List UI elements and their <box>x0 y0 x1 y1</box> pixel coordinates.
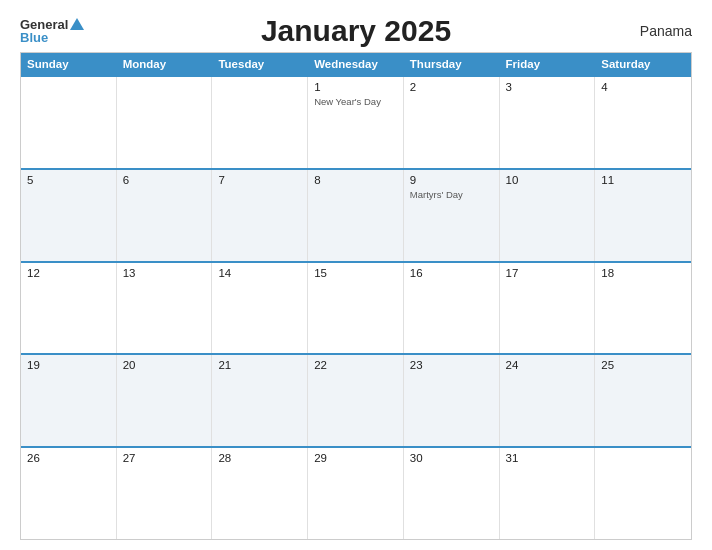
day-cell-11: 11 <box>595 170 691 261</box>
logo-triangle-icon <box>70 18 84 30</box>
day-cell-13: 13 <box>117 263 213 354</box>
day-cell-15: 15 <box>308 263 404 354</box>
day-number: 21 <box>218 359 301 371</box>
week-3: 12 13 14 15 16 17 18 <box>21 261 691 354</box>
header: General Blue January 2025 Panama <box>20 18 692 44</box>
day-cell-empty <box>212 77 308 168</box>
day-cell-31: 31 <box>500 448 596 539</box>
day-number: 7 <box>218 174 301 186</box>
day-cell-16: 16 <box>404 263 500 354</box>
day-cell-26: 26 <box>21 448 117 539</box>
logo: General Blue <box>20 18 84 44</box>
header-tuesday: Tuesday <box>212 53 308 75</box>
day-cell-21: 21 <box>212 355 308 446</box>
day-number: 5 <box>27 174 110 186</box>
day-cell-23: 23 <box>404 355 500 446</box>
day-number: 9 <box>410 174 493 186</box>
day-cell-7: 7 <box>212 170 308 261</box>
day-cell-29: 29 <box>308 448 404 539</box>
day-cell-24: 24 <box>500 355 596 446</box>
day-number: 23 <box>410 359 493 371</box>
calendar: Sunday Monday Tuesday Wednesday Thursday… <box>20 52 692 540</box>
header-sunday: Sunday <box>21 53 117 75</box>
week-4: 19 20 21 22 23 24 25 <box>21 353 691 446</box>
day-number: 15 <box>314 267 397 279</box>
day-cell-empty <box>21 77 117 168</box>
day-number: 17 <box>506 267 589 279</box>
day-number: 2 <box>410 81 493 93</box>
day-cell-27: 27 <box>117 448 213 539</box>
day-number: 12 <box>27 267 110 279</box>
day-cell-6: 6 <box>117 170 213 261</box>
day-cell-17: 17 <box>500 263 596 354</box>
day-number: 28 <box>218 452 301 464</box>
header-saturday: Saturday <box>595 53 691 75</box>
day-number: 24 <box>506 359 589 371</box>
day-number: 18 <box>601 267 685 279</box>
day-cell-4: 4 <box>595 77 691 168</box>
day-cell-10: 10 <box>500 170 596 261</box>
day-number: 29 <box>314 452 397 464</box>
day-cell-empty <box>117 77 213 168</box>
day-cell-28: 28 <box>212 448 308 539</box>
calendar-title: January 2025 <box>261 14 451 48</box>
day-number: 16 <box>410 267 493 279</box>
holiday-label: Martyrs' Day <box>410 189 493 200</box>
day-cell-18: 18 <box>595 263 691 354</box>
day-cell-1: 1 New Year's Day <box>308 77 404 168</box>
day-number: 25 <box>601 359 685 371</box>
day-number: 19 <box>27 359 110 371</box>
week-5: 26 27 28 29 30 31 <box>21 446 691 539</box>
day-number: 31 <box>506 452 589 464</box>
day-cell-30: 30 <box>404 448 500 539</box>
day-number: 10 <box>506 174 589 186</box>
day-number: 8 <box>314 174 397 186</box>
weeks-container: 1 New Year's Day 2 3 4 5 6 <box>21 75 691 539</box>
day-cell-3: 3 <box>500 77 596 168</box>
logo-blue-text: Blue <box>20 31 84 44</box>
day-cell-2: 2 <box>404 77 500 168</box>
day-number: 4 <box>601 81 685 93</box>
header-friday: Friday <box>500 53 596 75</box>
day-cell-22: 22 <box>308 355 404 446</box>
holiday-label: New Year's Day <box>314 96 397 107</box>
page: General Blue January 2025 Panama Sunday … <box>0 0 712 550</box>
country-label: Panama <box>640 23 692 39</box>
day-headers-row: Sunday Monday Tuesday Wednesday Thursday… <box>21 53 691 75</box>
week-1: 1 New Year's Day 2 3 4 <box>21 75 691 168</box>
day-number: 27 <box>123 452 206 464</box>
day-number: 14 <box>218 267 301 279</box>
day-number: 22 <box>314 359 397 371</box>
day-cell-20: 20 <box>117 355 213 446</box>
day-number: 1 <box>314 81 397 93</box>
day-cell-19: 19 <box>21 355 117 446</box>
day-number: 11 <box>601 174 685 186</box>
day-number: 6 <box>123 174 206 186</box>
day-cell-5: 5 <box>21 170 117 261</box>
header-wednesday: Wednesday <box>308 53 404 75</box>
day-cell-25: 25 <box>595 355 691 446</box>
day-cell-9: 9 Martyrs' Day <box>404 170 500 261</box>
day-number: 13 <box>123 267 206 279</box>
day-cell-12: 12 <box>21 263 117 354</box>
header-thursday: Thursday <box>404 53 500 75</box>
day-number: 30 <box>410 452 493 464</box>
week-2: 5 6 7 8 9 Martyrs' Day 10 <box>21 168 691 261</box>
day-number: 26 <box>27 452 110 464</box>
header-monday: Monday <box>117 53 213 75</box>
day-number: 20 <box>123 359 206 371</box>
day-cell-14: 14 <box>212 263 308 354</box>
day-cell-empty <box>595 448 691 539</box>
day-cell-8: 8 <box>308 170 404 261</box>
day-number: 3 <box>506 81 589 93</box>
